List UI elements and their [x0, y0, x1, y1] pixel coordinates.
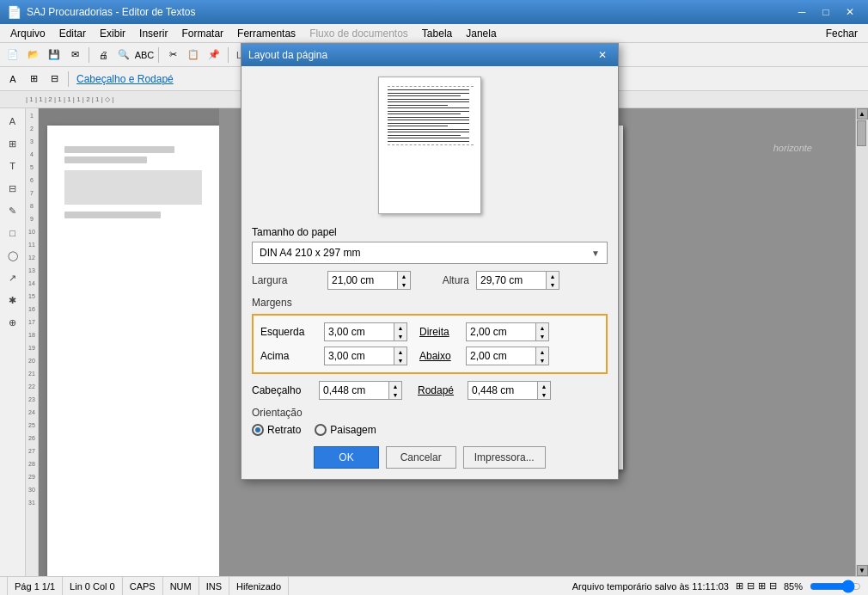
pl18: [388, 141, 469, 142]
cabecalho-rodape-row: Cabeçalho ▲ ▼ Rodapé ▲ ▼: [252, 381, 608, 400]
esquerda-input[interactable]: [325, 323, 394, 340]
status-caps: CAPS: [123, 577, 163, 595]
cabecalho-up-btn[interactable]: ▲: [389, 382, 401, 390]
vertical-scrollbar[interactable]: ▲ ▼: [855, 108, 868, 576]
menu-inserir[interactable]: Inserir: [132, 24, 174, 42]
esquerda-direita-row: Esquerda ▲ ▼ Direita ▲: [260, 322, 599, 341]
cabecalho-input-group: ▲ ▼: [319, 381, 402, 400]
esquerda-up-btn[interactable]: ▲: [394, 323, 406, 332]
cancel-button[interactable]: Cancelar: [386, 446, 456, 469]
status-bar: Pág 1 1/1 Lin 0 Col 0 CAPS NUM INS Hifen…: [0, 576, 868, 595]
margens-section: Margens Esquerda ▲ ▼ Direita: [252, 297, 608, 374]
tb-cut[interactable]: ✂: [163, 46, 182, 64]
esquerda-label: Esquerda: [260, 326, 321, 338]
abaixo-down-btn[interactable]: ▼: [536, 356, 548, 365]
retrato-option[interactable]: Retrato: [252, 424, 301, 436]
acima-input-group: ▲ ▼: [324, 347, 407, 365]
pl11: [388, 120, 469, 120]
scroll-down-btn[interactable]: ▼: [857, 565, 868, 576]
cabecalho-input[interactable]: [320, 382, 388, 399]
tb2-icon1[interactable]: A: [3, 70, 22, 89]
abaixo-label: Abaixo: [411, 350, 462, 362]
status-hifenizado: Hifenizado: [229, 577, 289, 595]
tb-open[interactable]: 📂: [24, 46, 43, 64]
sidebar-icon-6[interactable]: □: [3, 224, 22, 242]
sidebar-icon-8[interactable]: ↗: [3, 268, 22, 287]
paisagem-option[interactable]: Paisagem: [315, 424, 376, 436]
sidebar-icon-4[interactable]: ⊟: [3, 179, 22, 198]
paper-size-value: DIN A4 210 x 297 mm: [260, 247, 360, 259]
tb2-icon2[interactable]: ⊞: [24, 70, 43, 89]
paisagem-radio[interactable]: [315, 424, 327, 436]
tb-copy[interactable]: 📋: [184, 46, 203, 64]
zoom-slider[interactable]: [810, 580, 861, 593]
tb-preview[interactable]: 🔍: [114, 46, 133, 64]
altura-up-btn[interactable]: ▲: [547, 272, 559, 280]
largura-label: Largura: [252, 274, 321, 286]
rodape-up-btn[interactable]: ▲: [538, 382, 550, 390]
direita-down-btn[interactable]: ▼: [536, 332, 548, 340]
sidebar-icon-9[interactable]: ✱: [3, 291, 22, 310]
esquerda-down-btn[interactable]: ▼: [394, 332, 406, 340]
retrato-radio[interactable]: [252, 424, 264, 436]
tb-spell[interactable]: ABC: [135, 46, 154, 64]
tb-print[interactable]: 🖨: [94, 46, 113, 64]
tb2-icon3[interactable]: ⊟: [45, 70, 64, 89]
menu-formatar[interactable]: Formatar: [174, 24, 230, 42]
close-button[interactable]: ✕: [839, 3, 861, 21]
direita-label: Direita: [411, 326, 462, 338]
tb-save[interactable]: 💾: [45, 46, 64, 64]
pl12: [388, 123, 469, 124]
sidebar-icon-7[interactable]: ◯: [3, 246, 22, 265]
scroll-thumb[interactable]: [857, 120, 866, 146]
cabecalho-down-btn[interactable]: ▼: [389, 390, 401, 399]
cabecalho-link[interactable]: Cabeçalho e Rodapé: [73, 73, 177, 85]
sidebar-icon-10[interactable]: ⊕: [3, 313, 22, 332]
tb-new[interactable]: 📄: [3, 46, 22, 64]
menu-janela[interactable]: Janela: [459, 24, 503, 42]
rodape-input[interactable]: [468, 382, 537, 399]
esquerda-input-group: ▲ ▼: [324, 322, 407, 341]
impressora-button[interactable]: Impressora...: [463, 446, 546, 469]
largura-down-btn[interactable]: ▼: [398, 280, 410, 289]
orientacao-section: Orientação Retrato Paisagem: [252, 407, 608, 436]
acima-abaixo-row: Acima ▲ ▼ Abaixo ▲: [260, 347, 599, 365]
sidebar-icon-5[interactable]: ✎: [3, 201, 22, 220]
maximize-button[interactable]: □: [815, 3, 837, 21]
direita-up-btn[interactable]: ▲: [536, 323, 548, 332]
paper-size-dropdown[interactable]: DIN A4 210 x 297 mm ▼: [252, 242, 608, 264]
altura-input[interactable]: [477, 272, 546, 289]
sep7: [68, 71, 69, 87]
sidebar-icon-3[interactable]: T: [3, 156, 22, 175]
status-arquivo: Arquivo temporário salvo às 11:11:03: [572, 581, 729, 592]
scroll-up-btn[interactable]: ▲: [857, 108, 868, 120]
sidebar-icon-2[interactable]: ⊞: [3, 134, 22, 153]
dialog-close-button[interactable]: ✕: [594, 47, 611, 63]
altura-down-btn[interactable]: ▼: [547, 280, 559, 289]
menu-ferramentas[interactable]: Ferramentas: [230, 24, 303, 42]
tb-paste[interactable]: 📌: [205, 46, 223, 64]
menu-editar[interactable]: Editar: [52, 24, 93, 42]
pl10: [388, 117, 469, 118]
acima-up-btn[interactable]: ▲: [394, 347, 406, 356]
abaixo-up-btn[interactable]: ▲: [536, 347, 548, 356]
menu-arquivo[interactable]: Arquivo: [3, 24, 52, 42]
ok-button[interactable]: OK: [314, 446, 378, 469]
minimize-button[interactable]: ─: [791, 3, 813, 21]
preview-header-dashed: [388, 86, 474, 87]
menu-tabela[interactable]: Tabela: [415, 24, 459, 42]
largura-up-btn[interactable]: ▲: [398, 272, 410, 280]
abaixo-input[interactable]: [467, 347, 535, 365]
acima-input[interactable]: [325, 347, 394, 365]
largura-input[interactable]: [328, 272, 397, 289]
menu-exibir[interactable]: Exibir: [93, 24, 132, 42]
direita-input[interactable]: [467, 323, 535, 340]
status-num: NUM: [163, 577, 199, 595]
menu-fluxo[interactable]: Fluxo de documentos: [303, 24, 415, 42]
acima-down-btn[interactable]: ▼: [394, 356, 406, 365]
largura-spin: ▲ ▼: [397, 272, 410, 289]
tb-email[interactable]: ✉: [65, 46, 84, 64]
menu-fechar[interactable]: Fechar: [819, 24, 865, 42]
sidebar-icon-1[interactable]: A: [3, 112, 22, 131]
rodape-down-btn[interactable]: ▼: [538, 390, 550, 399]
